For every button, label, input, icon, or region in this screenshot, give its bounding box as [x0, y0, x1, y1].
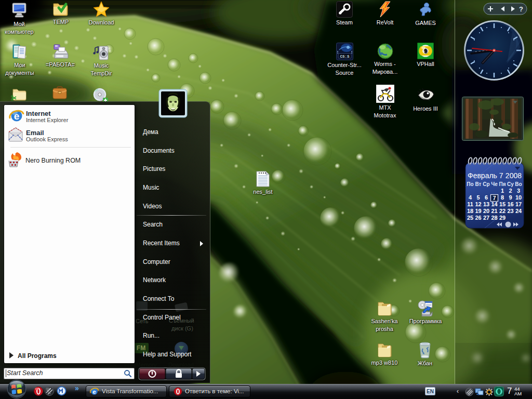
svg-text:Ср: Ср	[483, 181, 489, 187]
svg-text:9: 9	[424, 48, 427, 54]
svg-text:27: 27	[483, 215, 489, 221]
svg-text:19: 19	[475, 208, 481, 214]
svg-text:10: 10	[515, 194, 522, 201]
svg-text:23: 23	[507, 208, 513, 214]
svg-text:3: 3	[517, 188, 520, 194]
svg-text:Пя: Пя	[499, 181, 506, 187]
svg-text:29: 29	[499, 215, 506, 221]
svg-text:15: 15	[499, 201, 506, 207]
svg-text:Вт: Вт	[475, 181, 482, 187]
svg-text:14: 14	[491, 201, 498, 207]
svg-text:Су: Су	[507, 181, 514, 187]
svg-text:25: 25	[467, 215, 473, 221]
svg-text:7: 7	[493, 195, 496, 201]
svg-text:24: 24	[515, 208, 522, 214]
svg-text:9: 9	[509, 194, 512, 201]
svg-text:4: 4	[469, 194, 472, 201]
svg-text:21: 21	[491, 208, 497, 214]
svg-text:28: 28	[491, 215, 497, 221]
svg-text:?: ?	[519, 5, 523, 13]
svg-text:1: 1	[501, 188, 504, 194]
svg-text:6: 6	[485, 194, 488, 201]
svg-text:Февраль 7: Февраль 7	[468, 171, 503, 180]
svg-text:Че: Че	[491, 181, 498, 187]
svg-text:e: e	[92, 389, 96, 395]
svg-text:18: 18	[467, 208, 473, 214]
svg-text:20: 20	[483, 208, 489, 214]
svg-text:22: 22	[499, 208, 506, 214]
svg-text:16: 16	[507, 201, 513, 207]
svg-text:5: 5	[476, 194, 480, 201]
svg-text:12: 12	[475, 201, 481, 207]
svg-text:26: 26	[475, 215, 481, 221]
svg-text:17: 17	[515, 201, 522, 207]
svg-text:2008: 2008	[506, 171, 522, 180]
svg-text:13: 13	[483, 201, 489, 207]
svg-text:2: 2	[509, 188, 512, 194]
svg-text:Во: Во	[515, 181, 522, 187]
svg-text:11: 11	[467, 201, 473, 207]
svg-text:CS:S: CS:S	[340, 55, 350, 59]
svg-text:8: 8	[501, 194, 504, 201]
svg-text:По: По	[467, 181, 473, 187]
